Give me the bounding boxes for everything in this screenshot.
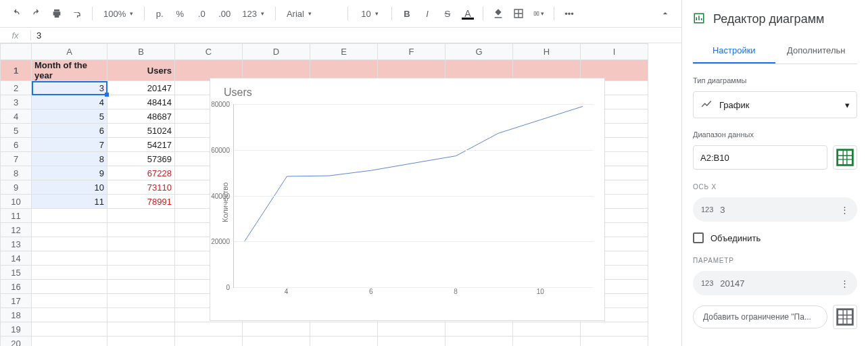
col-header-B[interactable]: B xyxy=(107,44,175,60)
row-header[interactable]: 11 xyxy=(1,209,32,223)
cell[interactable] xyxy=(581,337,648,347)
cell[interactable]: 10 xyxy=(32,180,107,195)
cell[interactable]: 67228 xyxy=(107,166,175,180)
cell[interactable] xyxy=(107,280,175,294)
col-header-G[interactable]: G xyxy=(445,44,513,60)
select-all-corner[interactable] xyxy=(1,44,32,60)
cell[interactable] xyxy=(32,251,107,266)
chart-type-dropdown[interactable]: График ▾ xyxy=(693,91,857,118)
cell[interactable]: 7 xyxy=(32,138,107,152)
cell[interactable] xyxy=(175,322,243,337)
cell[interactable] xyxy=(32,308,107,322)
cell[interactable]: 48687 xyxy=(107,109,175,124)
data-range-input[interactable]: A2:B10 xyxy=(693,145,827,170)
param-more-icon[interactable]: ⋮ xyxy=(840,278,849,289)
borders-button[interactable] xyxy=(509,4,528,23)
cell[interactable]: 20147 xyxy=(107,81,175,95)
row-header[interactable]: 14 xyxy=(1,251,32,266)
cell[interactable]: 3 xyxy=(32,81,107,95)
cell[interactable] xyxy=(513,322,581,337)
col-header-D[interactable]: D xyxy=(243,44,310,60)
cell[interactable] xyxy=(445,337,513,347)
cell[interactable] xyxy=(581,322,648,337)
cell[interactable]: 73110 xyxy=(107,180,175,195)
cell[interactable] xyxy=(107,294,175,308)
row-header[interactable]: 8 xyxy=(1,166,32,180)
table-row[interactable]: 19 xyxy=(1,322,648,337)
col-header-C[interactable]: C xyxy=(175,44,243,60)
cell[interactable] xyxy=(32,237,107,251)
more-toolbar-button[interactable]: ••• xyxy=(560,4,579,23)
cell[interactable] xyxy=(513,337,581,347)
row-header[interactable]: 20 xyxy=(1,337,32,347)
cell[interactable] xyxy=(32,280,107,294)
table-row[interactable]: 20 xyxy=(1,337,648,347)
cell[interactable] xyxy=(378,322,445,337)
format-currency-button[interactable]: р. xyxy=(150,4,169,23)
x-axis-more-icon[interactable]: ⋮ xyxy=(840,205,849,215)
collapse-toolbar-button[interactable] xyxy=(656,4,675,23)
cell[interactable] xyxy=(310,322,378,337)
decrease-decimal-button[interactable]: .0 xyxy=(191,4,212,23)
row-header[interactable]: 3 xyxy=(1,95,32,109)
format-percent-button[interactable]: % xyxy=(170,4,189,23)
paint-format-button[interactable] xyxy=(68,4,87,23)
zoom-dropdown[interactable]: 100% xyxy=(98,4,139,23)
select-range-button[interactable] xyxy=(833,145,857,170)
fill-color-button[interactable] xyxy=(489,4,508,23)
col-header-E[interactable]: E xyxy=(310,44,378,60)
combine-checkbox[interactable] xyxy=(693,232,704,243)
row-header[interactable]: 1 xyxy=(1,60,32,81)
cell[interactable] xyxy=(107,223,175,237)
cell[interactable]: 4 xyxy=(32,95,107,109)
redo-button[interactable] xyxy=(27,4,46,23)
cell[interactable] xyxy=(107,237,175,251)
col-header-A[interactable]: A xyxy=(32,44,107,60)
increase-decimal-button[interactable]: .00 xyxy=(214,4,235,23)
cell[interactable] xyxy=(32,209,107,223)
row-header[interactable]: 2 xyxy=(1,81,32,95)
cell[interactable]: 6 xyxy=(32,124,107,138)
cell[interactable]: 51024 xyxy=(107,124,175,138)
print-button[interactable] xyxy=(47,4,66,23)
cell[interactable] xyxy=(107,209,175,223)
cell[interactable]: 5 xyxy=(32,109,107,124)
bold-button[interactable]: B xyxy=(397,4,416,23)
col-header-H[interactable]: H xyxy=(513,44,581,60)
cell[interactable] xyxy=(310,337,378,347)
cell[interactable] xyxy=(107,266,175,280)
row-header[interactable]: 7 xyxy=(1,152,32,166)
cell[interactable] xyxy=(107,337,175,347)
cell[interactable] xyxy=(175,337,243,347)
col-header-F[interactable]: F xyxy=(378,44,445,60)
cell[interactable]: 8 xyxy=(32,152,107,166)
add-constraint-grid-button[interactable] xyxy=(833,305,857,329)
cell[interactable]: 11 xyxy=(32,195,107,209)
undo-button[interactable] xyxy=(7,4,26,23)
formula-bar[interactable]: fx 3 xyxy=(0,27,681,43)
row-header[interactable]: 4 xyxy=(1,109,32,124)
font-family-dropdown[interactable]: Arial xyxy=(281,4,342,23)
cell[interactable] xyxy=(32,337,107,347)
cell[interactable]: 78991 xyxy=(107,195,175,209)
cell[interactable]: Month of the year xyxy=(32,60,107,81)
italic-button[interactable]: I xyxy=(418,4,437,23)
row-header[interactable]: 10 xyxy=(1,195,32,209)
cell[interactable] xyxy=(243,322,310,337)
cell[interactable] xyxy=(107,322,175,337)
row-header[interactable]: 19 xyxy=(1,322,32,337)
merge-cells-button[interactable] xyxy=(529,4,548,23)
row-header[interactable]: 5 xyxy=(1,124,32,138)
row-header[interactable]: 17 xyxy=(1,294,32,308)
col-header-I[interactable]: I xyxy=(581,44,648,60)
row-header[interactable]: 12 xyxy=(1,223,32,237)
add-constraint-button[interactable]: Добавить ограничение "Па... xyxy=(693,305,827,328)
cell[interactable]: Users xyxy=(107,60,175,81)
cell[interactable] xyxy=(32,266,107,280)
cell[interactable] xyxy=(32,322,107,337)
row-header[interactable]: 16 xyxy=(1,280,32,294)
tab-customize[interactable]: Дополнительн xyxy=(775,39,858,64)
row-header[interactable]: 18 xyxy=(1,308,32,322)
cell[interactable] xyxy=(243,337,310,347)
row-header[interactable]: 13 xyxy=(1,237,32,251)
